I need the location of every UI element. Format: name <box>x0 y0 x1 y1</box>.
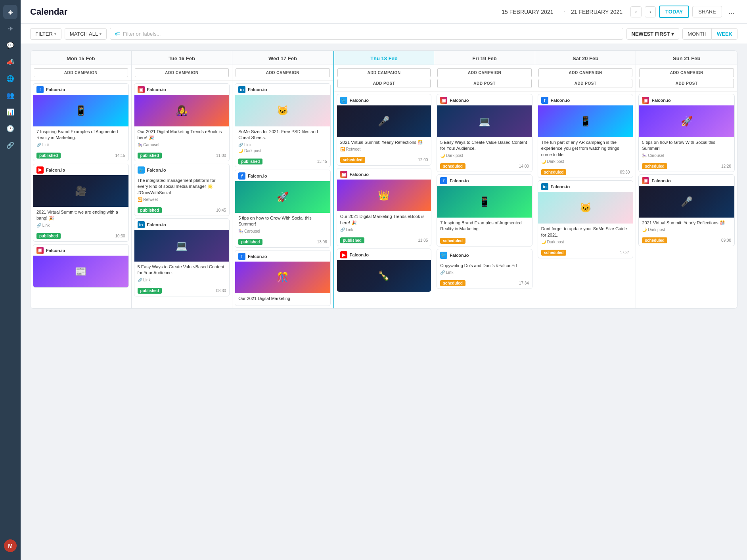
label-filter-input[interactable]: 🏷 Filter on labels... <box>110 28 623 40</box>
day-column-mon15: Mon 15 FebADD CAMPAIGNfFalcon.io📱7 Inspi… <box>31 51 132 308</box>
add-campaign-button-fri19[interactable]: ADD CAMPAIGN <box>437 68 532 77</box>
day-actions-fri19: ADD CAMPAIGNADD POST <box>434 65 535 92</box>
post-time: 17:34 <box>620 250 630 255</box>
post-body: Our 2021 Digital Marketing Trends eBook … <box>337 211 431 236</box>
post-footer: scheduled09:00 <box>639 236 734 246</box>
post-card[interactable]: fFalcon.io📱7 Inspiring Brand Examples of… <box>437 174 532 247</box>
today-button[interactable]: TODAY <box>659 6 689 18</box>
status-badge: scheduled <box>642 237 667 243</box>
add-campaign-button-wed17[interactable]: ADD CAMPAIGN <box>236 68 330 77</box>
post-meta: 🌙 Dark post <box>642 227 731 232</box>
post-card[interactable]: inFalcon.io💻5 Easy Ways to Create Value-… <box>134 218 230 296</box>
chart-icon[interactable]: 📊 <box>3 105 17 119</box>
post-card-header: ▶Falcon.io <box>337 249 431 260</box>
post-card[interactable]: 🐦Falcon.io🎤2021 Virtual Summit: Yearly R… <box>337 94 432 166</box>
post-image: 📰 <box>33 256 128 287</box>
add-post-button-thu18[interactable]: ADD POST <box>337 79 431 88</box>
post-card[interactable]: 🐦Falcon.ioThe integrated management plat… <box>134 164 230 216</box>
post-meta: 🔗 Link <box>440 270 529 275</box>
account-name: Falcon.io <box>46 168 65 172</box>
post-time: 14:00 <box>519 164 529 168</box>
add-post-button-sat20[interactable]: ADD POST <box>538 79 633 88</box>
send-icon[interactable]: ✈ <box>3 21 17 36</box>
filter-button[interactable]: FILTER ▾ <box>30 28 61 40</box>
post-card[interactable]: ▶Falcon.io🍾 <box>337 248 432 292</box>
post-card[interactable]: inFalcon.io🐱SoMe Sizes for 2021: Free PS… <box>235 83 331 167</box>
avatar[interactable]: M <box>4 539 17 552</box>
add-campaign-button-sat20[interactable]: ADD CAMPAIGN <box>538 68 633 77</box>
team-icon[interactable]: 👥 <box>3 88 17 102</box>
post-card[interactable]: fFalcon.io📱7 Inspiring Brand Examples of… <box>33 83 129 161</box>
post-card-header: ▣Falcon.io <box>134 84 230 95</box>
post-footer: scheduled12:20 <box>639 162 734 172</box>
account-name: Falcon.io <box>350 172 369 177</box>
post-card-header: 🐦Falcon.io <box>337 94 431 105</box>
post-image: 🐱 <box>538 192 633 224</box>
megaphone-icon[interactable]: 📣 <box>3 55 17 69</box>
next-week-button[interactable]: › <box>645 6 656 17</box>
post-card-header: inFalcon.io <box>235 84 330 95</box>
match-all-button[interactable]: MATCH ALL ▾ <box>65 28 107 40</box>
posts-list-sat20: fFalcon.io📱The fun part of any AR campai… <box>535 92 636 261</box>
share-button[interactable]: SHARE <box>692 6 722 17</box>
post-card[interactable]: ▣Falcon.io🚀5 tips on how to Grow With So… <box>638 94 735 172</box>
post-body: 5 tips on how to Grow With Social this S… <box>639 137 734 162</box>
add-campaign-button-tue16[interactable]: ADD CAMPAIGN <box>135 68 229 77</box>
post-card[interactable]: ▶Falcon.io🎥2021 Virtual Summit: we are e… <box>33 164 129 242</box>
status-badge: published <box>138 207 162 213</box>
posts-list-thu18: 🐦Falcon.io🎤2021 Virtual Summit: Yearly R… <box>334 92 434 294</box>
add-campaign-button-mon15[interactable]: ADD CAMPAIGN <box>34 68 128 77</box>
posts-list-tue16: ▣Falcon.io👩‍🎤Our 2021 Digital Marketing … <box>132 81 232 299</box>
post-footer: scheduled12:00 <box>337 155 431 165</box>
tag-icon: 🏷 <box>115 31 121 37</box>
post-card[interactable]: ▣Falcon.io👩‍🎤Our 2021 Digital Marketing … <box>134 83 230 161</box>
post-footer: published11:00 <box>134 151 230 161</box>
account-name: Falcon.io <box>147 168 166 172</box>
post-card[interactable]: fFalcon.io📱The fun part of any AR campai… <box>538 94 634 178</box>
post-card[interactable]: ▣Falcon.io👑Our 2021 Digital Marketing Tr… <box>337 168 432 246</box>
post-body: 2021 Virtual Summit: Yearly Reflections … <box>337 137 431 155</box>
post-body: 5 Easy Ways to Create Value-Based Conten… <box>134 262 230 286</box>
link-icon[interactable]: 🔗 <box>3 138 17 152</box>
post-image: 👑 <box>337 180 431 211</box>
add-post-button-fri19[interactable]: ADD POST <box>437 79 532 88</box>
post-image: 📱 <box>33 95 128 126</box>
sort-button[interactable]: NEWEST FIRST ▾ <box>626 28 680 40</box>
add-post-button-sun21[interactable]: ADD POST <box>639 79 734 88</box>
month-view-button[interactable]: MONTH <box>682 28 712 40</box>
post-text: 2021 Virtual Summit: we are ending with … <box>36 209 125 222</box>
post-card[interactable]: fFalcon.io🚀5 tips on how to Grow With So… <box>235 170 331 248</box>
posts-list-sun21: ▣Falcon.io🚀5 tips on how to Grow With So… <box>636 92 737 248</box>
account-name: Falcon.io <box>450 98 469 103</box>
post-card[interactable]: ▣Falcon.io🎤2021 Virtual Summit: Yearly R… <box>638 174 735 246</box>
prev-week-button[interactable]: ‹ <box>630 6 642 17</box>
post-footer: scheduled17:34 <box>437 279 532 289</box>
status-badge: scheduled <box>340 157 365 163</box>
post-card[interactable]: ▣Falcon.io💻5 Easy Ways to Create Value-B… <box>437 94 532 172</box>
date-end: 21 FEBRUARY 2021 <box>571 9 622 15</box>
ig-icon: ▣ <box>138 86 145 93</box>
day-header-sun21: Sun 21 Feb <box>636 51 737 65</box>
post-time: 11:00 <box>216 153 226 158</box>
post-card[interactable]: 🐦Falcon.ioCopywriting Do's and Dont's #F… <box>437 249 532 289</box>
add-campaign-button-thu18[interactable]: ADD CAMPAIGN <box>337 68 431 77</box>
post-card[interactable]: inFalcon.io🐱Dont forget to update your S… <box>538 180 634 258</box>
fb-icon: f <box>541 97 548 104</box>
post-meta: 🎠 Carousel <box>238 229 327 233</box>
post-card[interactable]: ▣Falcon.io📰 <box>33 244 129 288</box>
logo-icon[interactable]: ◈ <box>3 5 17 19</box>
post-time: 11:05 <box>418 238 428 243</box>
globe-icon[interactable]: 🌐 <box>3 71 17 86</box>
posts-list-mon15: fFalcon.io📱7 Inspiring Brand Examples of… <box>31 81 131 290</box>
day-header-fri19: Fri 19 Feb <box>434 51 535 65</box>
post-time: 10:45 <box>216 208 226 212</box>
chat-icon[interactable]: 💬 <box>3 38 17 52</box>
account-name: Falcon.io <box>450 253 469 258</box>
clock-icon[interactable]: 🕐 <box>3 121 17 136</box>
week-view-button[interactable]: WEEK <box>712 28 737 40</box>
post-image: 📱 <box>538 105 633 137</box>
day-actions-mon15: ADD CAMPAIGN <box>31 65 131 81</box>
more-button[interactable]: ... <box>725 6 737 17</box>
add-campaign-button-sun21[interactable]: ADD CAMPAIGN <box>639 68 734 77</box>
post-card[interactable]: fFalcon.io🎊Our 2021 Digital Marketing <box>235 250 331 306</box>
